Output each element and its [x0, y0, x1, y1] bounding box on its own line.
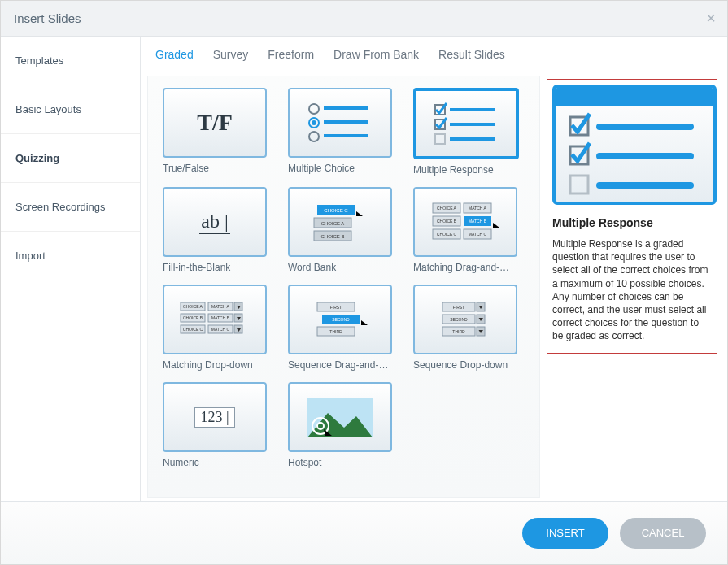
- svg-rect-12: [450, 137, 495, 141]
- tab-draw-from-bank[interactable]: Draw From Bank: [333, 48, 419, 61]
- svg-text:MATCH B: MATCH B: [469, 219, 487, 224]
- sidebar-item-quizzing[interactable]: Quizzing: [1, 134, 140, 183]
- tile-label: Numeric: [163, 457, 277, 468]
- tile-thumb-mr[interactable]: [413, 88, 519, 159]
- tab-bar: Graded Survey Freeform Draw From Bank Re…: [141, 37, 727, 72]
- svg-rect-8: [450, 108, 495, 111]
- tile-thumb-hot[interactable]: [288, 382, 392, 452]
- multiple-response-preview-icon: [556, 106, 710, 195]
- svg-rect-10: [450, 123, 495, 126]
- svg-text:MATCH A: MATCH A: [469, 206, 487, 211]
- tile-thumb-fib[interactable]: ab |: [163, 187, 267, 257]
- tile-fib[interactable]: ab |Fill-in-the-Blank: [163, 187, 277, 273]
- tab-result-slides[interactable]: Result Slides: [438, 48, 505, 61]
- tile-label: Sequence Drop-down: [413, 359, 527, 371]
- tile-label: Matching Drag-and-…: [413, 262, 527, 273]
- svg-text:FIRST: FIRST: [330, 305, 342, 310]
- detail-preview-header: [556, 88, 713, 106]
- tile-mc[interactable]: Multiple Choice: [288, 88, 402, 176]
- sidebar-item-templates[interactable]: Templates: [1, 37, 140, 85]
- tile-label: Matching Drop-down: [163, 359, 277, 371]
- tile-label: Fill-in-the-Blank: [163, 262, 277, 273]
- dialog-footer: INSERT CANCEL: [1, 501, 727, 564]
- detail-title: Multiple Response: [552, 216, 712, 229]
- svg-marker-57: [361, 320, 368, 325]
- tile-thumb-mdd[interactable]: CHOICE AMATCH ACHOICE BMATCH BCHOICE CMA…: [163, 285, 267, 354]
- svg-point-5: [309, 132, 319, 141]
- svg-text:CHOICE C: CHOICE C: [324, 208, 348, 213]
- tile-label: True/False: [163, 163, 277, 174]
- svg-text:CHOICE B: CHOICE B: [320, 234, 344, 239]
- tile-sdnd[interactable]: FIRSTSECONDTHIRDSequence Drag-and-…: [288, 285, 402, 371]
- tile-label: Multiple Choice: [288, 163, 402, 174]
- tile-label: Sequence Drag-and-…: [288, 359, 402, 371]
- tile-thumb-mdnd[interactable]: CHOICE AMATCH ACHOICE BMATCH BCHOICE CMA…: [413, 187, 517, 257]
- tile-tf[interactable]: T/FTrue/False: [163, 88, 277, 176]
- svg-rect-79: [570, 176, 588, 193]
- tile-wb[interactable]: CHOICE CCHOICE ACHOICE BWord Bank: [288, 187, 402, 273]
- tile-thumb-tf[interactable]: T/F: [163, 88, 267, 158]
- tile-thumb-num[interactable]: 123 |: [163, 382, 267, 452]
- detail-description: Multiple Response is a graded question t…: [552, 237, 712, 343]
- svg-rect-78: [596, 153, 694, 159]
- svg-text:CHOICE C: CHOICE C: [437, 232, 457, 237]
- svg-rect-6: [324, 134, 368, 137]
- tile-label: Hotspot: [288, 457, 402, 468]
- tile-mr[interactable]: Multiple Response: [413, 88, 527, 176]
- svg-rect-11: [435, 134, 445, 144]
- svg-point-3: [312, 120, 316, 125]
- svg-text:CHOICE C: CHOICE C: [183, 327, 203, 332]
- tile-grid: T/FTrue/FalseMultiple ChoiceMultiple Res…: [163, 88, 530, 468]
- insert-button[interactable]: INSERT: [522, 518, 608, 549]
- tile-mdnd[interactable]: CHOICE AMATCH ACHOICE BMATCH BCHOICE CMA…: [413, 187, 527, 273]
- tab-survey[interactable]: Survey: [213, 48, 249, 61]
- svg-text:CHOICE B: CHOICE B: [183, 315, 203, 320]
- detail-preview: [552, 85, 717, 205]
- tab-graded[interactable]: Graded: [155, 48, 194, 61]
- tile-thumb-sdnd[interactable]: FIRSTSECONDTHIRD: [288, 285, 392, 354]
- svg-text:SECOND: SECOND: [332, 317, 350, 322]
- svg-text:MATCH C: MATCH C: [211, 327, 230, 332]
- dialog-body: Templates Basic Layouts Quizzing Screen …: [1, 37, 727, 501]
- svg-text:CHOICE A: CHOICE A: [437, 206, 457, 211]
- svg-text:MATCH B: MATCH B: [211, 315, 230, 320]
- tile-mdd[interactable]: CHOICE AMATCH ACHOICE BMATCH BCHOICE CMA…: [163, 285, 277, 371]
- tile-thumb-sdd[interactable]: FIRSTSECONDTHIRD: [413, 285, 517, 354]
- content-row: T/FTrue/FalseMultiple ChoiceMultiple Res…: [141, 72, 727, 501]
- dialog-title: Insert Slides: [14, 11, 81, 25]
- svg-marker-19: [356, 211, 363, 216]
- svg-text:CHOICE A: CHOICE A: [321, 221, 345, 226]
- detail-highlight-frame: Multiple Response Multiple Response is a…: [547, 79, 717, 354]
- sidebar-item-basic-layouts[interactable]: Basic Layouts: [1, 85, 140, 134]
- tile-thumb-mc[interactable]: [288, 88, 392, 158]
- insert-slides-dialog: Insert Slides × Templates Basic Layouts …: [0, 0, 728, 565]
- svg-text:CHOICE A: CHOICE A: [183, 304, 203, 309]
- svg-rect-80: [596, 182, 694, 189]
- tile-grid-wrap: T/FTrue/FalseMultiple ChoiceMultiple Res…: [147, 76, 540, 498]
- svg-text:THIRD: THIRD: [329, 329, 342, 334]
- sidebar-item-import[interactable]: Import: [1, 232, 140, 280]
- tile-num[interactable]: 123 |Numeric: [163, 382, 277, 468]
- svg-text:MATCH C: MATCH C: [469, 232, 487, 237]
- svg-rect-1: [324, 106, 368, 110]
- tile-label: Multiple Response: [413, 164, 527, 176]
- detail-panel: Multiple Response Multiple Response is a…: [543, 76, 721, 498]
- tile-thumb-wb[interactable]: CHOICE CCHOICE ACHOICE B: [288, 187, 392, 257]
- tile-label: Word Bank: [288, 262, 402, 273]
- svg-text:MATCH A: MATCH A: [211, 304, 230, 309]
- tile-sdd[interactable]: FIRSTSECONDTHIRDSequence Drop-down: [413, 285, 527, 371]
- cancel-button[interactable]: CANCEL: [620, 518, 706, 549]
- svg-rect-4: [324, 120, 368, 124]
- svg-marker-32: [493, 223, 499, 228]
- close-icon[interactable]: ×: [706, 9, 716, 28]
- titlebar: Insert Slides ×: [1, 1, 727, 37]
- sidebar: Templates Basic Layouts Quizzing Screen …: [1, 37, 141, 501]
- sidebar-item-screen-recordings[interactable]: Screen Recordings: [1, 183, 140, 232]
- tile-hot[interactable]: Hotspot: [288, 382, 402, 468]
- svg-rect-76: [596, 124, 694, 130]
- tab-freeform[interactable]: Freeform: [268, 48, 314, 61]
- svg-point-0: [309, 104, 319, 114]
- svg-text:SECOND: SECOND: [450, 317, 468, 322]
- svg-text:CHOICE B: CHOICE B: [437, 219, 457, 224]
- main-panel: Graded Survey Freeform Draw From Bank Re…: [141, 37, 727, 501]
